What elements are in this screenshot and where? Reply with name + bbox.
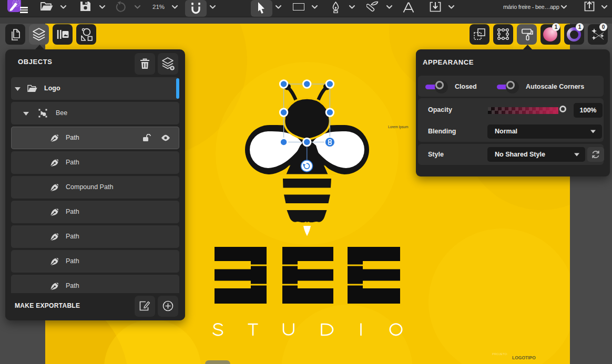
svg-text:LOGOTIPO: LOGOTIPO — [512, 355, 536, 360]
svg-text:Lorem Ipsum: Lorem Ipsum — [388, 125, 409, 129]
svg-text:PROJETO:: PROJETO: — [492, 352, 508, 356]
